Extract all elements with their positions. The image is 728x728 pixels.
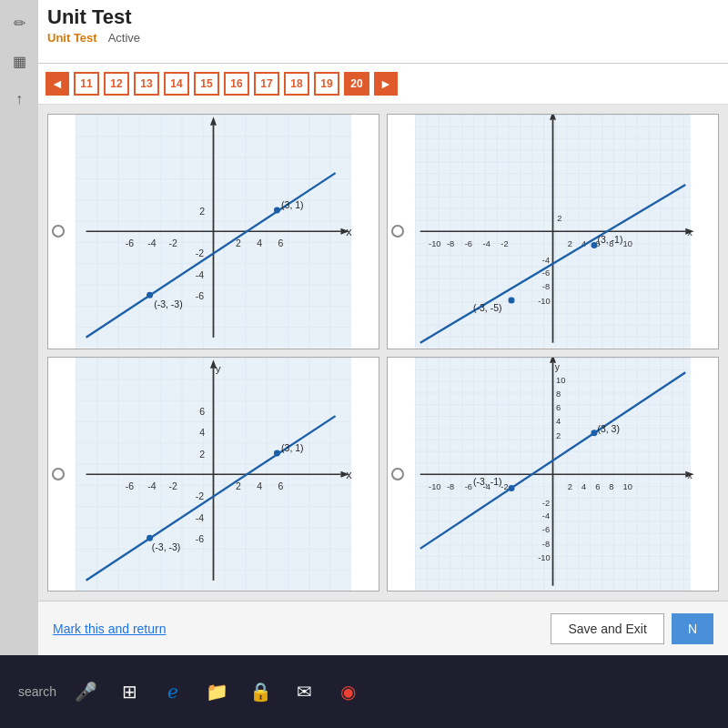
save-exit-button[interactable]: Save and Exit — [551, 613, 663, 644]
svg-text:6: 6 — [556, 403, 561, 412]
graph-bottom-right[interactable]: x y 10 8 6 4 2 -2 -4 -6 -8 -10 -10 -8 — [387, 357, 719, 592]
graph-top-left[interactable]: x -4 -2 2 4 6 -6 2 -2 -4 -6 — [47, 114, 379, 349]
svg-text:(3, 1): (3, 1) — [281, 442, 303, 452]
svg-point-45 — [591, 242, 597, 248]
svg-text:4: 4 — [257, 238, 262, 248]
svg-text:(-3, -3): (-3, -3) — [152, 542, 180, 552]
svg-text:8: 8 — [609, 481, 613, 490]
svg-text:2: 2 — [199, 207, 205, 217]
nav-num-12[interactable]: 12 — [104, 72, 129, 96]
graph-svg-top-right: x -10 -8 -6 -4 -2 2 4 6 8 10 2 -4 -6 - — [388, 115, 718, 349]
taskbar-chrome-icon[interactable]: ◉ — [333, 677, 362, 706]
svg-text:(-3, -3): (-3, -3) — [154, 299, 182, 309]
taskbar-apps-icon[interactable]: ⊞ — [115, 677, 144, 706]
svg-text:(-3, -5): (-3, -5) — [473, 303, 501, 313]
svg-text:-6: -6 — [465, 481, 472, 490]
svg-point-103 — [591, 430, 597, 436]
svg-text:-2: -2 — [196, 491, 204, 501]
svg-text:-6: -6 — [196, 533, 204, 543]
svg-text:4: 4 — [199, 428, 205, 438]
svg-point-47 — [509, 298, 515, 304]
svg-text:2: 2 — [568, 481, 572, 490]
svg-text:10: 10 — [622, 481, 632, 490]
taskbar-edge-icon[interactable]: ℯ — [158, 677, 187, 706]
page-title: Unit Test — [47, 5, 719, 29]
next-button[interactable]: N — [672, 613, 713, 644]
nav-num-16[interactable]: 16 — [224, 72, 249, 96]
svg-text:x: x — [346, 467, 352, 480]
svg-text:6: 6 — [199, 406, 205, 416]
svg-text:x: x — [346, 225, 352, 238]
nav-num-11[interactable]: 11 — [74, 72, 99, 96]
svg-text:2: 2 — [557, 214, 561, 223]
mark-return-link[interactable]: Mark this and return — [53, 622, 167, 636]
nav-num-20[interactable]: 20 — [344, 72, 369, 96]
svg-text:-6: -6 — [196, 291, 204, 301]
svg-text:-6: -6 — [126, 238, 134, 248]
radio-bottom-right[interactable] — [391, 468, 404, 480]
calculator-icon[interactable]: ▦ — [5, 47, 33, 75]
svg-point-20 — [147, 292, 153, 298]
nav-num-19[interactable]: 19 — [314, 72, 339, 96]
pencil-icon[interactable]: ✏ — [5, 9, 33, 36]
flag-icon[interactable]: ↑ — [5, 86, 33, 113]
active-badge: Active — [108, 31, 140, 45]
svg-text:8: 8 — [556, 389, 561, 399]
svg-text:-6: -6 — [126, 480, 134, 490]
taskbar-mail-icon[interactable]: ✉ — [289, 677, 318, 706]
header-subtitle: Unit Test Active — [47, 31, 719, 45]
graph-svg-top-left: x -4 -2 2 4 6 -6 2 -2 -4 -6 — [48, 115, 379, 349]
svg-point-18 — [274, 207, 280, 213]
radio-bottom-left[interactable] — [52, 468, 65, 480]
svg-text:-6: -6 — [465, 239, 472, 248]
svg-text:6: 6 — [278, 238, 284, 248]
nav-num-15[interactable]: 15 — [194, 72, 219, 96]
prev-arrow[interactable]: ◄ — [46, 72, 69, 96]
svg-text:-4: -4 — [196, 270, 204, 280]
svg-text:(3, 3): (3, 3) — [597, 423, 619, 433]
radio-top-left[interactable] — [52, 225, 65, 238]
header: Unit Test Unit Test Active — [38, 0, 728, 64]
svg-text:-4: -4 — [483, 239, 490, 248]
svg-text:2: 2 — [236, 480, 241, 490]
svg-text:x: x — [688, 470, 693, 480]
svg-text:-4: -4 — [196, 512, 204, 522]
nav-num-18[interactable]: 18 — [284, 72, 309, 96]
svg-text:4: 4 — [581, 481, 586, 490]
taskbar-microphone-icon[interactable]: 🎤 — [71, 677, 100, 706]
nav-num-17[interactable]: 17 — [254, 72, 279, 96]
svg-point-70 — [274, 450, 280, 456]
graph-svg-bottom-right: x y 10 8 6 4 2 -2 -4 -6 -8 -10 -10 -8 — [388, 358, 718, 592]
content-area: x -4 -2 2 4 6 -6 2 -2 -4 -6 — [38, 105, 728, 601]
graph-top-right[interactable]: x -10 -8 -6 -4 -2 2 4 6 8 10 2 -4 -6 - — [387, 114, 719, 349]
svg-text:-2: -2 — [500, 239, 508, 248]
svg-text:4: 4 — [257, 480, 262, 490]
graph-bottom-left[interactable]: x y -6 -4 -2 2 4 6 4 6 2 -2 -4 -6 — [47, 357, 379, 592]
svg-text:2: 2 — [568, 239, 572, 248]
taskbar: search 🎤 ⊞ ℯ 📁 🔒 ✉ ◉ — [0, 655, 728, 728]
svg-text:6: 6 — [595, 481, 600, 490]
next-arrow[interactable]: ► — [374, 72, 398, 96]
bottom-bar: Mark this and return Save and Exit N — [38, 601, 728, 655]
taskbar-lock-icon[interactable]: 🔒 — [246, 677, 275, 706]
svg-text:x: x — [688, 228, 693, 238]
graph-svg-bottom-left: x y -6 -4 -2 2 4 6 4 6 2 -2 -4 -6 — [48, 358, 379, 592]
svg-text:-4: -4 — [542, 256, 550, 265]
svg-text:-8: -8 — [542, 282, 550, 291]
radio-top-right[interactable] — [391, 225, 404, 238]
bottom-right-actions: Save and Exit N — [551, 613, 713, 644]
taskbar-search-text: search — [18, 684, 56, 699]
svg-text:(3, 1): (3, 1) — [281, 200, 303, 210]
nav-num-14[interactable]: 14 — [164, 72, 189, 96]
question-nav: ◄ 11 12 13 14 15 16 17 18 19 20 ► — [38, 64, 728, 105]
taskbar-files-icon[interactable]: 📁 — [202, 677, 231, 706]
unit-test-link[interactable]: Unit Test — [47, 31, 97, 45]
svg-text:y: y — [216, 362, 221, 374]
svg-text:y: y — [555, 361, 561, 371]
svg-text:-2: -2 — [542, 499, 550, 508]
svg-point-105 — [509, 484, 515, 490]
svg-text:-10: -10 — [429, 481, 440, 490]
svg-text:(-3, -1): (-3, -1) — [473, 476, 501, 486]
nav-num-13[interactable]: 13 — [134, 72, 159, 96]
svg-text:-6: -6 — [542, 525, 550, 534]
